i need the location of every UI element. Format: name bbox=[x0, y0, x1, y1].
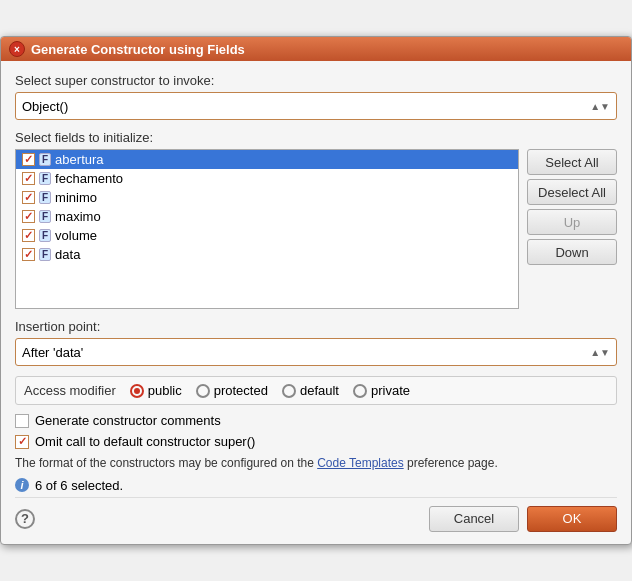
list-item[interactable]: ✓Fmaximo bbox=[16, 207, 518, 226]
help-icon[interactable]: ? bbox=[15, 509, 35, 529]
field-type-badge: F bbox=[39, 210, 51, 223]
field-name: minimo bbox=[55, 190, 97, 205]
list-item[interactable]: ✓Fminimo bbox=[16, 188, 518, 207]
super-constructor-value: Object() bbox=[22, 99, 68, 114]
field-checkbox[interactable]: ✓ bbox=[22, 229, 35, 242]
field-type-badge: F bbox=[39, 172, 51, 185]
fields-buttons: Select All Deselect All Up Down bbox=[527, 149, 617, 309]
list-item[interactable]: ✓Ffechamento bbox=[16, 169, 518, 188]
field-name: data bbox=[55, 247, 80, 262]
insertion-point-section: Insertion point: After 'data' ▲▼ bbox=[15, 319, 617, 366]
omit-super-checkbox[interactable]: ✓ bbox=[15, 435, 29, 449]
selected-count-text: 6 of 6 selected. bbox=[35, 478, 123, 493]
cancel-button[interactable]: Cancel bbox=[429, 506, 519, 532]
title-bar: × Generate Constructor using Fields bbox=[1, 37, 631, 61]
radio-label-private: private bbox=[371, 383, 410, 398]
field-name: fechamento bbox=[55, 171, 123, 186]
field-name: abertura bbox=[55, 152, 103, 167]
insertion-point-value: After 'data' bbox=[22, 345, 83, 360]
info-prefix: The format of the constructors may be co… bbox=[15, 456, 317, 470]
up-button[interactable]: Up bbox=[527, 209, 617, 235]
insertion-point-combo[interactable]: After 'data' ▲▼ bbox=[15, 338, 617, 366]
field-type-badge: F bbox=[39, 191, 51, 204]
insertion-combo-arrow-icon: ▲▼ bbox=[590, 349, 610, 356]
info-icon: i bbox=[15, 478, 29, 492]
deselect-all-button[interactable]: Deselect All bbox=[527, 179, 617, 205]
checkmark-icon: ✓ bbox=[24, 230, 33, 241]
field-checkbox[interactable]: ✓ bbox=[22, 248, 35, 261]
field-name: maximo bbox=[55, 209, 101, 224]
field-checkbox[interactable]: ✓ bbox=[22, 153, 35, 166]
radio-option-public[interactable]: public bbox=[130, 383, 182, 398]
fields-section: ✓Fabertura✓Ffechamento✓Fminimo✓Fmaximo✓F… bbox=[15, 149, 617, 309]
access-modifier-section: Access modifier publicprotecteddefaultpr… bbox=[15, 376, 617, 405]
footer-buttons: Cancel OK bbox=[429, 506, 617, 532]
list-item[interactable]: ✓Fdata bbox=[16, 245, 518, 264]
radio-option-private[interactable]: private bbox=[353, 383, 410, 398]
field-checkbox[interactable]: ✓ bbox=[22, 191, 35, 204]
radio-dot bbox=[134, 388, 140, 394]
checkmark-icon: ✓ bbox=[24, 192, 33, 203]
select-all-button[interactable]: Select All bbox=[527, 149, 617, 175]
list-item[interactable]: ✓Fvolume bbox=[16, 226, 518, 245]
super-constructor-label: Select super constructor to invoke: bbox=[15, 73, 617, 88]
dialog-container: × Generate Constructor using Fields Sele… bbox=[0, 36, 632, 545]
field-type-badge: F bbox=[39, 248, 51, 261]
dialog-content: Select super constructor to invoke: Obje… bbox=[1, 61, 631, 544]
field-type-badge: F bbox=[39, 153, 51, 166]
ok-button[interactable]: OK bbox=[527, 506, 617, 532]
checkmark-icon: ✓ bbox=[24, 249, 33, 260]
generate-comments-label: Generate constructor comments bbox=[35, 413, 221, 428]
fields-list[interactable]: ✓Fabertura✓Ffechamento✓Fminimo✓Fmaximo✓F… bbox=[15, 149, 519, 309]
access-modifier-label: Access modifier bbox=[24, 383, 116, 398]
radio-label-default: default bbox=[300, 383, 339, 398]
radio-label-public: public bbox=[148, 383, 182, 398]
close-button[interactable]: × bbox=[9, 41, 25, 57]
field-type-badge: F bbox=[39, 229, 51, 242]
radio-option-protected[interactable]: protected bbox=[196, 383, 268, 398]
omit-super-label: Omit call to default constructor super() bbox=[35, 434, 255, 449]
radio-option-default[interactable]: default bbox=[282, 383, 339, 398]
checkmark-icon: ✓ bbox=[24, 154, 33, 165]
checkmark-icon: ✓ bbox=[24, 211, 33, 222]
radio-circle-private bbox=[353, 384, 367, 398]
footer-row: ? Cancel OK bbox=[15, 497, 617, 532]
checkmark-icon: ✓ bbox=[24, 173, 33, 184]
field-checkbox[interactable]: ✓ bbox=[22, 210, 35, 223]
list-item[interactable]: ✓Fabertura bbox=[16, 150, 518, 169]
down-button[interactable]: Down bbox=[527, 239, 617, 265]
dialog-title: Generate Constructor using Fields bbox=[31, 42, 623, 57]
radio-circle-protected bbox=[196, 384, 210, 398]
field-name: volume bbox=[55, 228, 97, 243]
omit-super-checkmark: ✓ bbox=[18, 435, 27, 448]
code-templates-link[interactable]: Code Templates bbox=[317, 456, 404, 470]
info-suffix: preference page. bbox=[404, 456, 498, 470]
selected-count-row: i 6 of 6 selected. bbox=[15, 478, 617, 493]
info-text-row: The format of the constructors may be co… bbox=[15, 455, 617, 472]
super-constructor-combo[interactable]: Object() ▲▼ bbox=[15, 92, 617, 120]
radio-circle-default bbox=[282, 384, 296, 398]
generate-comments-row: Generate constructor comments bbox=[15, 413, 617, 428]
fields-label: Select fields to initialize: bbox=[15, 130, 617, 145]
close-icon: × bbox=[14, 44, 20, 55]
combo-arrow-icon: ▲▼ bbox=[590, 103, 610, 110]
insertion-point-label: Insertion point: bbox=[15, 319, 617, 334]
field-checkbox[interactable]: ✓ bbox=[22, 172, 35, 185]
generate-comments-checkbox[interactable] bbox=[15, 414, 29, 428]
omit-super-row: ✓ Omit call to default constructor super… bbox=[15, 434, 617, 449]
radio-label-protected: protected bbox=[214, 383, 268, 398]
radio-circle-public bbox=[130, 384, 144, 398]
